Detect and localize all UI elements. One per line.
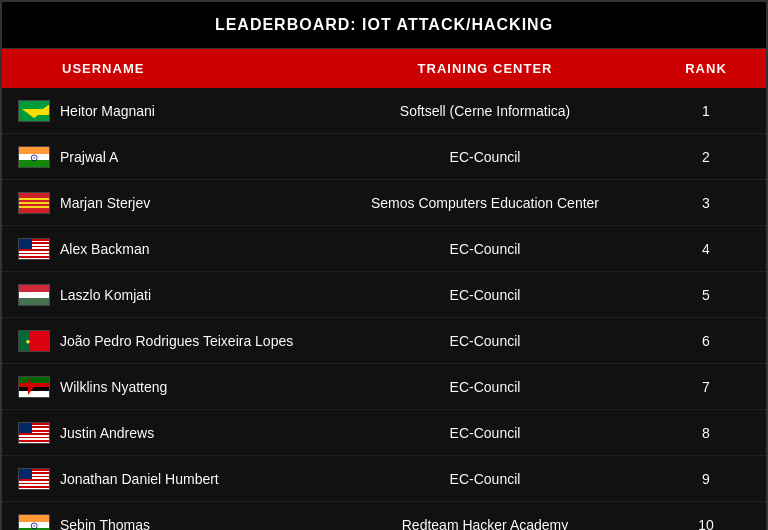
- training-center-cell: EC-Council: [324, 369, 646, 405]
- table-row: Marjan SterjevSemos Computers Education …: [2, 180, 766, 226]
- flag-icon-us: [18, 238, 50, 260]
- rank-cell: 2: [646, 139, 766, 175]
- username-text: Jonathan Daniel Humbert: [60, 471, 219, 487]
- training-center-cell: EC-Council: [324, 139, 646, 175]
- flag-icon-in: [18, 514, 50, 530]
- flag-icon-mk: [18, 192, 50, 214]
- flag-icon-hu: [18, 284, 50, 306]
- training-center-cell: EC-Council: [324, 415, 646, 451]
- table-row: Laszlo KomjatiEC-Council5: [2, 272, 766, 318]
- rank-cell: 8: [646, 415, 766, 451]
- username-cell: Prajwal A: [2, 136, 324, 178]
- flag-icon-pt: [18, 330, 50, 352]
- username-cell: Sebin Thomas: [2, 504, 324, 530]
- leaderboard-title: LEADERBOARD: IOT ATTACK/HACKING: [2, 2, 766, 49]
- leaderboard: LEADERBOARD: IOT ATTACK/HACKING USERNAME…: [0, 0, 768, 530]
- table-row: João Pedro Rodrigues Teixeira LopesEC-Co…: [2, 318, 766, 364]
- table-row: Sebin ThomasRedteam Hacker Academy10: [2, 502, 766, 530]
- training-center-cell: Softsell (Cerne Informatica): [324, 93, 646, 129]
- training-center-cell: EC-Council: [324, 231, 646, 267]
- rank-cell: 10: [646, 507, 766, 530]
- username-cell: Jonathan Daniel Humbert: [2, 458, 324, 500]
- rank-cell: 4: [646, 231, 766, 267]
- username-cell: Wilklins Nyatteng: [2, 366, 324, 408]
- training-center-cell: Semos Computers Education Center: [324, 185, 646, 221]
- table-row: Prajwal AEC-Council2: [2, 134, 766, 180]
- flag-icon-us: [18, 422, 50, 444]
- username-text: Alex Backman: [60, 241, 149, 257]
- rank-cell: 3: [646, 185, 766, 221]
- username-cell: Laszlo Komjati: [2, 274, 324, 316]
- training-center-cell: EC-Council: [324, 461, 646, 497]
- username-cell: João Pedro Rodrigues Teixeira Lopes: [2, 320, 324, 362]
- training-center-cell: EC-Council: [324, 277, 646, 313]
- username-text: Marjan Sterjev: [60, 195, 150, 211]
- username-header: USERNAME: [2, 49, 324, 88]
- username-cell: Heitor Magnani: [2, 90, 324, 132]
- username-cell: Marjan Sterjev: [2, 182, 324, 224]
- training-center-cell: Redteam Hacker Academy: [324, 507, 646, 530]
- table-body: Heitor MagnaniSoftsell (Cerne Informatic…: [2, 88, 766, 530]
- table-row: Wilklins NyattengEC-Council7: [2, 364, 766, 410]
- training-center-cell: EC-Council: [324, 323, 646, 359]
- rank-cell: 5: [646, 277, 766, 313]
- rank-cell: 6: [646, 323, 766, 359]
- training-center-header: TRAINING CENTER: [324, 49, 646, 88]
- table-row: Heitor MagnaniSoftsell (Cerne Informatic…: [2, 88, 766, 134]
- username-text: Laszlo Komjati: [60, 287, 151, 303]
- table-header: USERNAME TRAINING CENTER RANK: [2, 49, 766, 88]
- username-cell: Alex Backman: [2, 228, 324, 270]
- username-text: Heitor Magnani: [60, 103, 155, 119]
- username-text: Justin Andrews: [60, 425, 154, 441]
- flag-icon-us: [18, 468, 50, 490]
- username-text: Prajwal A: [60, 149, 118, 165]
- rank-cell: 9: [646, 461, 766, 497]
- username-text: João Pedro Rodrigues Teixeira Lopes: [60, 333, 293, 349]
- table-row: Jonathan Daniel HumbertEC-Council9: [2, 456, 766, 502]
- flag-icon-ke: [18, 376, 50, 398]
- rank-cell: 1: [646, 93, 766, 129]
- table-row: Alex BackmanEC-Council4: [2, 226, 766, 272]
- rank-cell: 7: [646, 369, 766, 405]
- flag-icon-br: [18, 100, 50, 122]
- username-text: Sebin Thomas: [60, 517, 150, 530]
- flag-icon-in: [18, 146, 50, 168]
- username-text: Wilklins Nyatteng: [60, 379, 167, 395]
- rank-header: RANK: [646, 49, 766, 88]
- username-cell: Justin Andrews: [2, 412, 324, 454]
- table-row: Justin AndrewsEC-Council8: [2, 410, 766, 456]
